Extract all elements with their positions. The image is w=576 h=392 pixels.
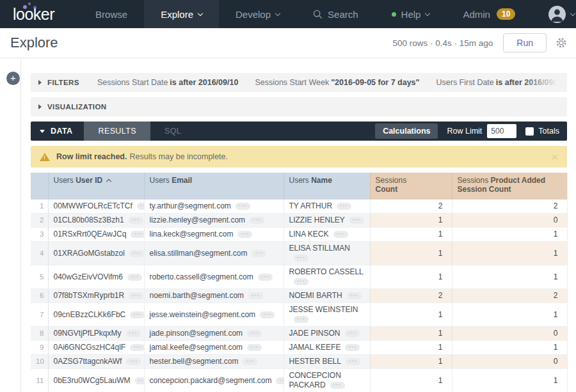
column-header-email[interactable]: Users Email <box>144 173 284 200</box>
cell-product-added-count[interactable]: 0 <box>452 355 567 369</box>
cell-menu-icon[interactable]: ··· <box>137 203 144 210</box>
cell-menu-icon[interactable]: ··· <box>258 274 273 281</box>
column-header-product-added-count[interactable]: Sessions Product Added Session Count <box>452 173 567 200</box>
cell-product-added-count[interactable]: 2 <box>452 200 567 214</box>
data-section-toggle[interactable]: DATA <box>31 122 84 141</box>
cell-menu-icon[interactable]: ··· <box>127 274 142 281</box>
run-button[interactable]: Run <box>503 33 547 52</box>
cell-menu-icon[interactable]: ··· <box>349 217 364 224</box>
cell-name[interactable]: NOEMI BARTH··· <box>284 289 370 303</box>
cell-menu-icon[interactable]: ··· <box>345 344 360 351</box>
cell-sessions-count[interactable]: 1 <box>370 265 452 289</box>
cell-name[interactable]: HESTER BELL··· <box>284 355 370 369</box>
nav-admin[interactable]: Admin 10 <box>446 0 532 28</box>
cell-product-added-count[interactable]: 0 <box>452 327 567 341</box>
cell-menu-icon[interactable]: ··· <box>333 231 348 238</box>
cell-name[interactable]: JESSE WEINSTEIN··· <box>284 303 370 327</box>
cell-name[interactable]: ELISA STILLMAN··· <box>284 242 370 265</box>
cell-user-id[interactable]: 0AZSG7ttagcnkAWf··· <box>48 355 144 369</box>
cell-menu-icon[interactable]: ··· <box>129 250 144 257</box>
filters-section-bar[interactable]: FILTERS Sessions Start Dateis after 2016… <box>31 73 567 92</box>
visualization-section-bar[interactable]: VISUALIZATION <box>31 97 567 116</box>
cell-user-id[interactable]: 0Ai6GNCGszHC4qlF··· <box>48 341 144 355</box>
cell-product-added-count[interactable]: 0 <box>452 214 567 228</box>
nav-browse[interactable]: Browse <box>79 0 144 28</box>
cell-name[interactable]: JAMAL KEEFE··· <box>284 341 370 355</box>
cell-product-added-count[interactable]: 1 <box>452 242 567 265</box>
cell-email[interactable]: hester.bell@segment.com··· <box>144 355 284 369</box>
cell-user-id[interactable]: 01RSxRrt0QEAwJCq··· <box>48 228 144 242</box>
cell-user-id[interactable]: 07f8bTSXmRyprb1R··· <box>48 289 144 303</box>
cell-email[interactable]: jade.pinson@segment.com··· <box>144 327 284 341</box>
cell-menu-icon[interactable]: ··· <box>294 316 308 323</box>
cell-sessions-count[interactable]: 1 <box>370 369 452 392</box>
cell-sessions-count[interactable]: 2 <box>370 200 452 214</box>
cell-user-id[interactable]: 00MWWFOLRcETcTCf··· <box>48 200 144 214</box>
cell-sessions-count[interactable]: 1 <box>370 242 452 265</box>
tab-results[interactable]: RESULTS <box>84 122 150 141</box>
add-button[interactable]: + <box>6 72 20 85</box>
cell-menu-icon[interactable]: ··· <box>248 292 263 299</box>
cell-menu-icon[interactable]: ··· <box>236 203 250 210</box>
cell-user-id[interactable]: 01CL80b08Sz3Bzh1··· <box>48 214 144 228</box>
cell-product-added-count[interactable]: 1 <box>452 228 567 242</box>
gear-icon[interactable] <box>556 37 567 49</box>
cell-name[interactable]: JADE PINSON··· <box>284 327 370 341</box>
cell-email[interactable]: elisa.stillman@segment.com··· <box>144 242 284 265</box>
cell-sessions-count[interactable]: 1 <box>370 214 452 228</box>
cell-sessions-count[interactable]: 1 <box>370 327 452 341</box>
cell-sessions-count[interactable]: 1 <box>370 341 452 355</box>
cell-product-added-count[interactable]: 1 <box>452 303 567 327</box>
cell-menu-icon[interactable]: ··· <box>347 292 362 299</box>
cell-user-id[interactable]: 040wGzEivVOVifm6··· <box>48 265 144 289</box>
column-header-name[interactable]: Users Name <box>284 173 370 200</box>
cell-product-added-count[interactable]: 2 <box>452 289 567 303</box>
cell-menu-icon[interactable]: ··· <box>337 203 351 210</box>
cell-menu-icon[interactable]: ··· <box>247 330 262 337</box>
looker-logo[interactable]: looker <box>0 0 79 28</box>
nav-user-menu[interactable] <box>532 0 576 28</box>
cell-name[interactable]: LINA KECK··· <box>284 228 370 242</box>
cell-menu-icon[interactable]: ··· <box>345 330 360 337</box>
calculations-button[interactable]: Calculations <box>375 123 438 139</box>
cell-product-added-count[interactable]: 1 <box>452 369 567 392</box>
column-header-user-id[interactable]: Users User ID <box>48 173 144 200</box>
cell-name[interactable]: TY ARTHUR··· <box>284 200 370 214</box>
cell-name[interactable]: LIZZIE HENLEY··· <box>284 214 370 228</box>
cell-menu-icon[interactable]: ··· <box>126 330 141 337</box>
cell-name[interactable]: CONCEPCION PACKARD··· <box>284 369 370 392</box>
cell-menu-icon[interactable]: ··· <box>243 358 257 365</box>
cell-menu-icon[interactable]: ··· <box>131 231 144 238</box>
cell-email[interactable]: jamal.keefe@segment.com··· <box>144 341 284 355</box>
cell-sessions-count[interactable]: 1 <box>370 303 452 327</box>
cell-menu-icon[interactable]: ··· <box>346 358 360 365</box>
cell-email[interactable]: lina.keck@segment.com··· <box>144 228 284 242</box>
cell-product-added-count[interactable]: 1 <box>452 341 567 355</box>
cell-menu-icon[interactable]: ··· <box>126 358 141 365</box>
cell-menu-icon[interactable]: ··· <box>247 344 262 351</box>
column-header-sessions-count[interactable]: SessionsCount <box>370 173 452 200</box>
cell-email[interactable]: lizzie.henley@segment.com··· <box>144 214 284 228</box>
nav-search[interactable]: Search <box>296 0 375 28</box>
tab-sql[interactable]: SQL <box>150 122 195 141</box>
cell-menu-icon[interactable]: ··· <box>237 231 252 238</box>
row-limit-input[interactable] <box>487 124 516 138</box>
cell-email[interactable]: noemi.barth@segment.com··· <box>144 289 284 303</box>
cell-user-id[interactable]: 0bE3ru0WCg5LauWM··· <box>48 369 144 392</box>
cell-menu-icon[interactable]: ··· <box>129 292 143 299</box>
cell-user-id[interactable]: 01XRAGoMGstabzol··· <box>48 242 144 265</box>
cell-email[interactable]: ty.arthur@segment.com··· <box>144 200 284 214</box>
nav-help[interactable]: Help <box>375 0 447 28</box>
cell-menu-icon[interactable]: ··· <box>330 382 345 389</box>
cell-name[interactable]: ROBERTO CASSELL··· <box>284 265 370 289</box>
close-icon[interactable]: × <box>551 151 558 163</box>
cell-menu-icon[interactable]: ··· <box>294 278 308 285</box>
cell-menu-icon[interactable]: ··· <box>130 311 144 318</box>
cell-sessions-count[interactable]: 2 <box>370 289 452 303</box>
cell-email[interactable]: concepcion.packard@segment.com··· <box>144 369 284 392</box>
cell-user-id[interactable]: 09NGVtjPfLPkqxMy··· <box>48 327 144 341</box>
cell-sessions-count[interactable]: 1 <box>370 355 452 369</box>
cell-menu-icon[interactable]: ··· <box>129 217 143 224</box>
cell-menu-icon[interactable]: ··· <box>135 377 144 384</box>
totals-checkbox[interactable] <box>525 127 534 136</box>
